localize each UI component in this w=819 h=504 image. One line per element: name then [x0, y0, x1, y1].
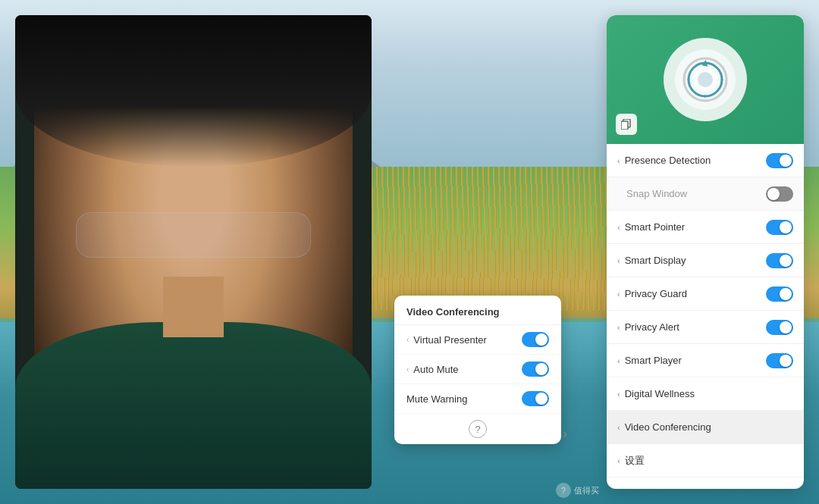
chevron-icon-7: ‹ — [617, 390, 620, 399]
menu-label-smart-pointer: Smart Pointer — [625, 221, 766, 233]
vc-footer: ? — [394, 414, 561, 444]
toggle-snap-window[interactable] — [766, 186, 793, 202]
hair-top — [15, 15, 372, 167]
vc-label-auto-mute: Auto Mute — [413, 364, 522, 375]
menu-item-smart-pointer[interactable]: ‹ Smart Pointer — [607, 211, 804, 244]
menu-item-privacy-alert[interactable]: ‹ Privacy Alert — [607, 311, 804, 344]
video-conferencing-popup: Video Conferencing ‹ Virtual Presenter ‹… — [394, 296, 561, 444]
vc-chevron-1: ‹ — [406, 336, 409, 344]
menu-item-smart-display[interactable]: ‹ Smart Display — [607, 244, 804, 277]
menu-label-presence-detection: Presence Detection — [625, 155, 766, 166]
toggle-smart-pointer[interactable] — [766, 220, 793, 235]
menu-item-privacy-guard[interactable]: ‹ Privacy Guard — [607, 277, 804, 311]
menu-list: ‹ Presence Detection Snap Window ‹ Smart… — [607, 144, 804, 477]
toggle-smart-display[interactable] — [766, 253, 793, 268]
chevron-icon-4: ‹ — [617, 290, 620, 299]
chevron-icon-2: ‹ — [617, 223, 620, 232]
vc-label-mute-warning: Mute Warning — [406, 393, 522, 405]
vc-chevron-2: ‹ — [406, 365, 409, 374]
neck — [163, 277, 224, 337]
chevron-icon-8: ‹ — [617, 423, 620, 432]
person-photo — [15, 15, 372, 489]
connector-arrow: › — [563, 426, 567, 442]
menu-item-presence-detection[interactable]: ‹ Presence Detection — [607, 144, 804, 177]
menu-label-digital-wellness: Digital Wellness — [625, 388, 793, 399]
chevron-icon-3: ‹ — [617, 256, 620, 265]
right-panel: ‹ Presence Detection Snap Window ‹ Smart… — [607, 15, 804, 489]
vc-item-auto-mute[interactable]: ‹ Auto Mute — [394, 355, 561, 384]
toggle-presence-detection[interactable] — [766, 153, 793, 168]
svg-point-2 — [698, 72, 713, 87]
watermark-text: 值得买 — [574, 485, 599, 496]
menu-label-privacy-guard: Privacy Guard — [625, 288, 766, 299]
toggle-smart-player[interactable] — [766, 353, 793, 368]
shirt — [15, 322, 372, 489]
watermark-icon: ? — [556, 483, 571, 498]
menu-item-digital-wellness[interactable]: ‹ Digital Wellness — [607, 377, 804, 411]
toggle-privacy-guard[interactable] — [766, 286, 793, 302]
app-icon-svg — [682, 57, 728, 102]
menu-label-smart-display: Smart Display — [625, 255, 766, 266]
menu-label-settings: 设置 — [625, 454, 793, 468]
app-icon-inner — [675, 49, 736, 110]
menu-label-snap-window: Snap Window — [626, 188, 766, 199]
menu-label-smart-player: Smart Player — [625, 355, 766, 366]
app-header — [607, 15, 804, 144]
menu-label-privacy-alert: Privacy Alert — [625, 321, 766, 333]
chevron-icon: ‹ — [617, 156, 620, 165]
toggle-virtual-presenter[interactable] — [522, 332, 549, 347]
watermark: ? 值得买 — [556, 483, 599, 498]
toggle-auto-mute[interactable] — [522, 362, 549, 377]
menu-label-video-conferencing: Video Conferencing — [625, 421, 793, 433]
help-icon[interactable]: ? — [469, 420, 487, 438]
menu-item-video-conferencing[interactable]: ‹ Video Conferencing — [607, 411, 804, 444]
vc-label-virtual-presenter: Virtual Presenter — [413, 334, 522, 346]
menu-item-smart-player[interactable]: ‹ Smart Player — [607, 344, 804, 377]
vc-popup-header: Video Conferencing — [394, 296, 561, 325]
vc-item-virtual-presenter[interactable]: ‹ Virtual Presenter — [394, 325, 561, 355]
chevron-icon-5: ‹ — [617, 323, 620, 332]
vc-item-mute-warning[interactable]: Mute Warning — [394, 384, 561, 414]
glasses — [76, 212, 311, 258]
menu-item-settings[interactable]: ‹ 设置 — [607, 444, 804, 477]
svg-rect-5 — [621, 121, 628, 130]
copy-icon[interactable] — [616, 114, 637, 135]
chevron-icon-9: ‹ — [617, 456, 620, 465]
chevron-icon-6: ‹ — [617, 356, 620, 365]
toggle-mute-warning[interactable] — [522, 391, 549, 406]
toggle-privacy-alert[interactable] — [766, 320, 793, 335]
vc-popup-title: Video Conferencing — [406, 306, 500, 318]
app-icon-outer — [664, 38, 747, 121]
menu-item-snap-window[interactable]: Snap Window — [607, 177, 804, 211]
